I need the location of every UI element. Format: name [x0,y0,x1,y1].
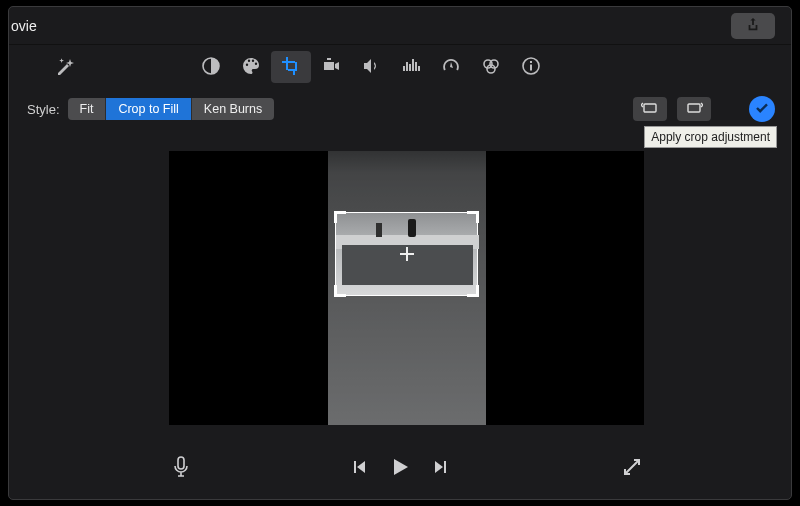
previous-button[interactable] [351,459,367,478]
rotate-cw-icon [685,101,703,118]
apply-crop-button[interactable] [749,96,775,122]
camera-icon [321,56,341,79]
balance-icon [201,56,221,79]
stabilization-button[interactable] [311,51,351,83]
svg-rect-9 [178,457,184,469]
crop-style-row: Style: Fit Crop to Fill Ken Burns [9,89,791,129]
svg-rect-7 [644,104,656,112]
palette-icon [241,56,261,79]
style-label: Style: [27,102,60,117]
svg-rect-8 [688,104,700,112]
fullscreen-icon [623,464,641,479]
filters-icon [481,56,501,79]
style-fit-button[interactable]: Fit [68,98,107,120]
crop-handle-top-right[interactable] [467,211,479,223]
rotate-cw-button[interactable] [677,97,711,121]
app-window: ovie [8,6,792,500]
skip-previous-icon [351,463,367,478]
voiceover-button[interactable] [171,456,191,481]
style-crop-to-fill-button[interactable]: Crop to Fill [106,98,191,120]
next-button[interactable] [433,459,449,478]
color-balance-button[interactable] [191,51,231,83]
info-button[interactable] [511,51,551,83]
play-icon [389,466,411,481]
check-icon [755,101,769,118]
play-button[interactable] [389,456,411,481]
style-ken-burns-button[interactable]: Ken Burns [192,98,274,120]
speaker-icon [361,56,381,79]
playback-controls [9,456,791,481]
noise-eq-button[interactable] [391,51,431,83]
crop-button[interactable] [271,51,311,83]
crop-handle-bottom-left[interactable] [334,285,346,297]
rotate-ccw-button[interactable] [633,97,667,121]
wand-icon [55,56,75,79]
apply-crop-tooltip: Apply crop adjustment [644,126,777,148]
style-segmented-control: Fit Crop to Fill Ken Burns [68,98,275,120]
crop-handle-top-left[interactable] [334,211,346,223]
titlebar: ovie [9,7,791,45]
crop-handle-bottom-right[interactable] [467,285,479,297]
crop-center-crosshair [400,247,414,261]
info-icon [521,56,541,79]
share-button[interactable] [731,13,775,39]
crop-right-tools: Apply crop adjustment [633,96,775,122]
speedometer-icon [441,56,461,79]
microphone-icon [171,466,191,481]
rotate-ccw-icon [641,101,659,118]
color-correction-button[interactable] [231,51,271,83]
filters-button[interactable] [471,51,511,83]
svg-rect-5 [530,64,532,70]
crop-rectangle[interactable] [335,212,478,296]
fullscreen-button[interactable] [623,458,641,479]
enhance-button[interactable] [51,53,79,81]
skip-next-icon [433,463,449,478]
equalizer-icon [401,56,421,79]
speed-button[interactable] [431,51,471,83]
adjust-toolbar [9,45,791,89]
window-title: ovie [9,18,37,34]
share-icon [746,17,760,34]
crop-icon [281,56,301,79]
svg-rect-6 [530,61,532,63]
volume-button[interactable] [351,51,391,83]
